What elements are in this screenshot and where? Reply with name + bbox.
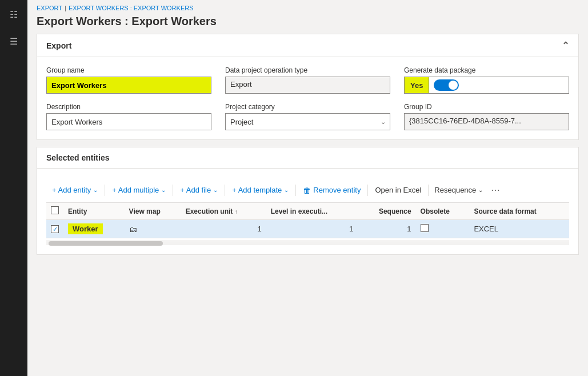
collapse-export-icon[interactable]: ⌃ xyxy=(562,40,569,51)
toolbar-sep-3 xyxy=(225,185,225,196)
add-template-button[interactable]: + Add template ⌄ xyxy=(226,183,294,197)
entity-name-highlight: Worker xyxy=(68,223,103,234)
remove-entity-label: Remove entity xyxy=(313,186,361,194)
add-template-label: + Add template xyxy=(232,186,282,194)
entities-table-scroll: Entity View map Execution unit ↑ Level i… xyxy=(46,203,569,238)
entities-table: Entity View map Execution unit ↑ Level i… xyxy=(46,203,569,238)
source-data-format-cell: EXCEL xyxy=(469,220,569,238)
sequence-cell: 1 xyxy=(358,220,415,238)
add-file-label: + Add file xyxy=(180,186,211,194)
export-card-header: Export ⌃ xyxy=(37,34,578,57)
obsolete-cell xyxy=(416,220,470,238)
row-checkbox[interactable] xyxy=(51,225,59,233)
description-label: Description xyxy=(46,103,211,111)
generate-data-pkg-field: Generate data package Yes xyxy=(404,66,569,94)
group-name-label: Group name xyxy=(46,66,211,74)
toolbar-sep-5 xyxy=(367,185,368,196)
toolbar-sep-1 xyxy=(105,185,105,196)
generate-pkg-yes-label: Yes xyxy=(405,77,429,93)
resequence-button[interactable]: Resequence ⌄ xyxy=(430,183,487,197)
breadcrumb-export-workers[interactable]: EXPORT WORKERS : EXPORT WORKERS xyxy=(69,5,194,11)
page-title: Export Workers : Export Workers xyxy=(27,14,588,34)
add-file-chevron-icon: ⌄ xyxy=(213,187,218,193)
col-obsolete: Obsolete xyxy=(416,203,470,220)
project-category-label: Project category xyxy=(225,103,390,111)
remove-entity-button[interactable]: 🗑 Remove entity xyxy=(297,183,366,197)
horizontal-scrollbar[interactable] xyxy=(46,241,569,245)
col-execution-unit: Execution unit ↑ xyxy=(181,203,266,220)
select-all-checkbox[interactable] xyxy=(51,206,59,214)
data-project-op-label: Data project operation type xyxy=(225,66,390,74)
sort-asc-icon: ↑ xyxy=(235,209,238,215)
toggle-knob xyxy=(449,81,458,90)
breadcrumb: EXPORT | EXPORT WORKERS : EXPORT WORKERS xyxy=(27,0,588,14)
col-view-map: View map xyxy=(125,203,181,220)
breadcrumb-separator: | xyxy=(65,5,66,11)
selected-entities-card: Selected entities + Add entity ⌄ + Add m… xyxy=(37,147,579,255)
export-form-grid: Group name Data project operation type E… xyxy=(46,66,569,130)
generate-pkg-toggle[interactable] xyxy=(434,79,459,91)
remove-entity-icon: 🗑 xyxy=(303,186,311,195)
open-excel-label: Open in Excel xyxy=(375,186,421,194)
content-area: Export ⌃ Group name Data project operati… xyxy=(27,34,588,376)
view-map-icon[interactable]: 🗂 xyxy=(129,225,137,234)
group-id-label: Group ID xyxy=(404,103,569,111)
toolbar-sep-2 xyxy=(173,185,173,196)
table-header-row: Entity View map Execution unit ↑ Level i… xyxy=(46,203,569,220)
add-multiple-label: + Add multiple xyxy=(112,186,159,194)
group-id-value: {3815CC16-76ED-4D8A-8559-7... xyxy=(404,113,569,130)
add-entity-button[interactable]: + Add entity ⌄ xyxy=(46,183,103,197)
entity-name-cell: Worker xyxy=(63,220,125,238)
group-id-field: Group ID {3815CC16-76ED-4D8A-8559-7... xyxy=(404,103,569,130)
table-header: Entity View map Execution unit ↑ Level i… xyxy=(46,203,569,220)
col-checkbox xyxy=(46,203,63,220)
selected-entities-header: Selected entities xyxy=(37,147,578,169)
breadcrumb-export[interactable]: EXPORT xyxy=(37,5,62,11)
open-in-excel-button[interactable]: Open in Excel xyxy=(369,183,427,197)
menu-icon[interactable]: ☰ xyxy=(6,33,21,50)
add-multiple-button[interactable]: + Add multiple ⌄ xyxy=(106,183,171,197)
table-row[interactable]: Worker 🗂 1 1 1 xyxy=(46,220,569,238)
project-category-select[interactable]: Project Integration Migration xyxy=(225,113,390,130)
add-multiple-chevron-icon: ⌄ xyxy=(161,187,166,193)
toolbar-sep-6 xyxy=(428,185,429,196)
description-input[interactable] xyxy=(46,113,211,130)
add-entity-chevron-icon: ⌄ xyxy=(93,187,98,193)
description-field: Description xyxy=(46,103,211,130)
table-body: Worker 🗂 1 1 1 xyxy=(46,220,569,238)
col-entity: Entity xyxy=(63,203,125,220)
obsolete-checkbox[interactable] xyxy=(421,224,429,232)
sidebar: ☷ ☰ xyxy=(0,0,27,376)
col-sequence: Sequence xyxy=(358,203,415,220)
col-source-data-format: Source data format xyxy=(469,203,569,220)
data-project-op-field: Data project operation type Export xyxy=(225,66,390,94)
level-in-execution-cell: 1 xyxy=(266,220,358,238)
add-file-button[interactable]: + Add file ⌄ xyxy=(174,183,223,197)
filter-icon[interactable]: ☷ xyxy=(6,6,21,23)
export-card-title: Export xyxy=(46,41,71,50)
resequence-chevron-icon: ⌄ xyxy=(478,187,483,193)
col-level-in-execution: Level in executi... xyxy=(266,203,358,220)
more-options-button[interactable]: ⋯ xyxy=(487,182,503,198)
toolbar-sep-4 xyxy=(295,185,296,196)
generate-data-pkg-label: Generate data package xyxy=(404,66,569,74)
entities-toolbar: + Add entity ⌄ + Add multiple ⌄ + Add fi… xyxy=(46,178,569,203)
selected-entities-body: + Add entity ⌄ + Add multiple ⌄ + Add fi… xyxy=(37,169,578,254)
data-project-op-value: Export xyxy=(225,77,390,94)
group-name-field: Group name xyxy=(46,66,211,94)
project-category-select-wrap: Project Integration Migration ⌄ xyxy=(225,113,390,130)
main-content: EXPORT | EXPORT WORKERS : EXPORT WORKERS… xyxy=(27,0,588,376)
row-checkbox-cell xyxy=(46,220,63,238)
project-category-field: Project category Project Integration Mig… xyxy=(225,103,390,130)
view-map-cell: 🗂 xyxy=(125,220,181,238)
add-template-chevron-icon: ⌄ xyxy=(284,187,289,193)
scrollbar-thumb[interactable] xyxy=(49,241,163,246)
generate-data-pkg-control: Yes xyxy=(404,77,569,94)
export-card: Export ⌃ Group name Data project operati… xyxy=(37,34,579,140)
add-entity-label: + Add entity xyxy=(52,186,91,194)
selected-entities-title: Selected entities xyxy=(46,153,110,162)
resequence-label: Resequence xyxy=(434,186,476,194)
export-card-body: Group name Data project operation type E… xyxy=(37,57,578,139)
group-name-input[interactable] xyxy=(46,77,211,94)
execution-unit-cell: 1 xyxy=(181,220,266,238)
